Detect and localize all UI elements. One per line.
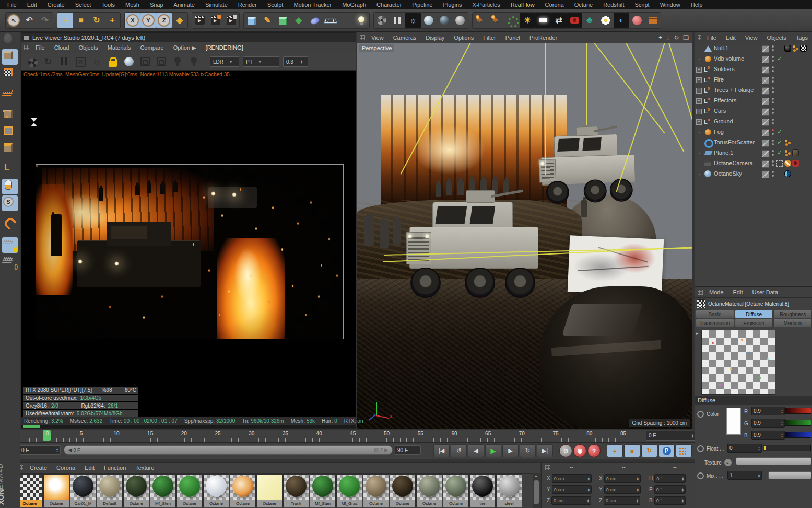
- soldier-model[interactable]: [364, 215, 374, 246]
- coord-header-0[interactable]: --: [570, 464, 573, 470]
- object-row-fog[interactable]: Fog✓: [695, 127, 812, 137]
- texture-expand-button[interactable]: ▸: [724, 459, 732, 466]
- workplane-lock-icon[interactable]: [2, 237, 18, 253]
- visibility-toggle[interactable]: [762, 119, 769, 126]
- material-thumb-octane[interactable]: Octane: [123, 474, 149, 507]
- menu-item-sculpt[interactable]: Sculpt: [262, 1, 289, 8]
- soldier-model[interactable]: [380, 220, 389, 248]
- editor-dot[interactable]: [772, 160, 774, 163]
- material-thumb-trunk[interactable]: Trunk: [283, 474, 309, 507]
- live-selection-icon[interactable]: ↖: [6, 13, 21, 28]
- menu-item-x-particles[interactable]: X-Particles: [467, 1, 505, 8]
- mat-menu-mode[interactable]: Mode: [704, 288, 728, 296]
- channel-g-field[interactable]: 0.9▴▾: [751, 419, 785, 428]
- magnet-tool-icon[interactable]: [2, 216, 18, 232]
- humvee-model-near[interactable]: [409, 194, 537, 294]
- vp-menu-cameras[interactable]: Cameras: [389, 34, 421, 41]
- enabled-check-icon[interactable]: ✓: [777, 128, 782, 135]
- object-row-plane-1[interactable]: Plane.1✓: [695, 148, 812, 158]
- material-thumb-octane[interactable]: Octane: [203, 474, 229, 507]
- chk2-tag-icon[interactable]: [800, 45, 807, 52]
- rotation-p-field[interactable]: 0 °▴▾: [654, 485, 686, 494]
- rotate-view-icon[interactable]: ↻: [674, 34, 679, 41]
- x-axis-lock-icon[interactable]: X: [125, 13, 140, 28]
- mix-channel-toggle-icon[interactable]: [697, 472, 704, 479]
- visibility-toggle[interactable]: [762, 140, 769, 147]
- step-back-button[interactable]: ◀: [468, 444, 484, 457]
- humvee-model-far[interactable]: [540, 129, 635, 200]
- render-region-icon[interactable]: R: [74, 55, 87, 68]
- visibility-toggle[interactable]: [762, 108, 769, 116]
- octane-help-icon[interactable]: [629, 13, 645, 28]
- vp-menu-display[interactable]: Display: [421, 34, 449, 41]
- mat-menu-user-data[interactable]: User Data: [748, 288, 783, 296]
- vp-menu-filter[interactable]: Filter: [478, 34, 500, 41]
- y-axis-lock-icon[interactable]: Y: [140, 13, 156, 28]
- tree-object-icon[interactable]: [582, 13, 598, 28]
- menu-item-animate[interactable]: Animate: [169, 1, 200, 8]
- editor-dot[interactable]: [772, 108, 774, 110]
- mix-slider[interactable]: [768, 471, 811, 479]
- octane-live-viewer-icon[interactable]: [374, 13, 390, 28]
- last-used-tool-icon[interactable]: +: [104, 13, 120, 28]
- settings-gear-icon[interactable]: ☼: [90, 55, 103, 68]
- end-frame-field[interactable]: 90 F: [395, 445, 421, 455]
- mb-menu-corona[interactable]: Corona: [52, 464, 80, 471]
- editor-dot[interactable]: [772, 98, 774, 100]
- tab-roughness[interactable]: Roughness: [773, 310, 812, 318]
- wrecked-car-model[interactable]: [539, 286, 692, 429]
- points-mode-icon[interactable]: [2, 108, 18, 123]
- vp-menu-panel[interactable]: Panel: [501, 34, 525, 41]
- material-thumb-tire[interactable]: tire: [469, 474, 496, 507]
- menu-item-redshift[interactable]: Redshift: [598, 1, 629, 8]
- menu-item-tools[interactable]: Tools: [96, 1, 120, 8]
- expand-icon[interactable]: +: [696, 119, 702, 125]
- visibility-toggle[interactable]: [762, 87, 769, 95]
- key-pla-button[interactable]: [676, 444, 692, 457]
- drag-handle-icon[interactable]: [698, 35, 701, 40]
- enabled-check-icon[interactable]: ✓: [777, 138, 782, 146]
- visibility-toggle[interactable]: [762, 77, 769, 84]
- menu-item-script[interactable]: Script: [630, 1, 655, 8]
- mat-menu-edit[interactable]: Edit: [728, 288, 748, 296]
- menu-item-simulate[interactable]: Simulate: [200, 1, 233, 8]
- lv-menu-option[interactable]: Option ▶: [169, 44, 201, 52]
- editor-dot[interactable]: [772, 45, 774, 48]
- diffuse-color-swatch[interactable]: [726, 408, 741, 435]
- menu-item-realflow[interactable]: RealFlow: [505, 1, 540, 8]
- lv-menu-compare[interactable]: Compare: [135, 44, 168, 51]
- workplane-mode-icon[interactable]: [2, 87, 18, 102]
- material-ball-2-icon[interactable]: [437, 13, 452, 28]
- coord-header-1[interactable]: --: [622, 464, 626, 470]
- texture-preview[interactable]: [701, 330, 775, 395]
- channel-r-field[interactable]: 0.9▴▾: [751, 407, 785, 415]
- color-channel-toggle-icon[interactable]: [697, 411, 704, 418]
- lv-menu-objects[interactable]: Objects: [74, 44, 102, 51]
- tab-transmission[interactable]: Transmission: [696, 319, 734, 327]
- menu-item-octane[interactable]: Octane: [569, 1, 598, 8]
- material-thumb-octane[interactable]: Octane: [43, 474, 69, 507]
- mb-menu-edit[interactable]: Edit: [80, 464, 99, 471]
- render-dot[interactable]: [772, 49, 774, 51]
- editor-dot[interactable]: [772, 77, 774, 79]
- object-row-cars[interactable]: +L0Cars: [695, 106, 812, 117]
- material-thumb-octane[interactable]: Octane: [176, 474, 203, 507]
- visibility-toggle[interactable]: [762, 45, 769, 53]
- editor-dot[interactable]: [772, 150, 774, 152]
- lv-menu-materials[interactable]: Materials: [103, 44, 136, 51]
- render-dot[interactable]: [772, 122, 774, 124]
- menu-item-plugins[interactable]: Plugins: [438, 1, 467, 8]
- tex-tag-icon[interactable]: [792, 149, 799, 156]
- scale-y-field[interactable]: 0 cm▴▾: [604, 485, 641, 494]
- material-thumb-octane[interactable]: Octane: [17, 474, 43, 507]
- menu-item-mesh[interactable]: Mesh: [120, 1, 145, 8]
- visibility-toggle[interactable]: [762, 98, 769, 105]
- redo-icon[interactable]: ↷: [37, 13, 53, 28]
- octane-daylight-icon[interactable]: ☀: [520, 13, 535, 28]
- focus-picker-pin-icon[interactable]: [187, 55, 200, 68]
- burning-tree-2-icon[interactable]: [488, 13, 504, 28]
- material-thumb-octane[interactable]: Octane: [256, 474, 283, 507]
- viewport-camera-label[interactable]: Perspective: [359, 44, 394, 52]
- pause-icon[interactable]: [58, 55, 70, 68]
- channel-b-slider[interactable]: [785, 432, 811, 438]
